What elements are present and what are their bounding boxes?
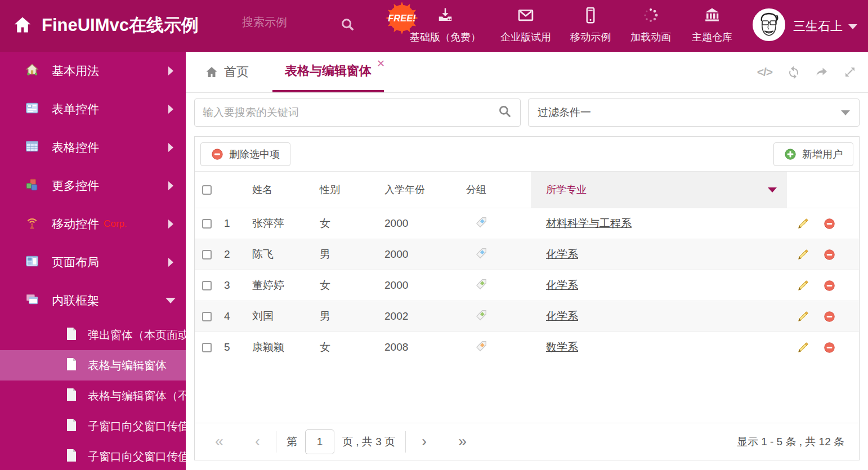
row-checkbox[interactable] (202, 250, 212, 259)
major-link[interactable]: 化学系 (546, 309, 578, 324)
table-row: 2 陈飞 男 2000 化学系 (195, 239, 859, 270)
last-page-button[interactable]: » (453, 434, 472, 449)
sidebar-subitem-label: 弹出窗体（本页面或... (88, 328, 186, 343)
prev-page-button[interactable]: ‹ (249, 434, 266, 449)
tab-active-label: 表格与编辑窗体 (285, 62, 372, 79)
delete-icon[interactable] (824, 342, 835, 353)
column-rownum (224, 172, 252, 208)
page-label-prefix: 第 (287, 435, 297, 449)
header-search-input[interactable] (242, 16, 335, 29)
header-action-basic[interactable]: 基础版（免费） (408, 7, 482, 44)
sidebar-item-label: 表单控件 (52, 101, 99, 117)
edit-icon[interactable] (797, 311, 809, 323)
grid-empty-space (195, 362, 859, 423)
delete-selected-button[interactable]: 删除选中项 (200, 142, 290, 166)
major-link[interactable]: 化学系 (546, 278, 578, 293)
sidebar-subitem-grid-edit-window[interactable]: 表格与编辑窗体 (0, 350, 186, 381)
sidebar-subitem-popup[interactable]: 弹出窗体（本页面或... (0, 320, 186, 350)
chevron-down-icon (165, 298, 176, 303)
cubes-icon (25, 177, 39, 194)
add-user-button[interactable]: 新增用户 (773, 142, 853, 166)
file-icon (65, 449, 78, 465)
delete-icon[interactable] (824, 218, 835, 230)
sidebar-item-basic[interactable]: 基本用法 (0, 52, 186, 90)
header-action-enterprise[interactable]: 企业版试用 (489, 7, 563, 44)
row-checkbox[interactable] (202, 219, 212, 229)
edit-icon[interactable] (797, 249, 809, 261)
delete-icon[interactable] (824, 311, 835, 323)
table-header-row: 姓名 性别 入学年份 分组 所学专业 (195, 172, 859, 208)
sidebar-subitem-grid-edit-window-2[interactable]: 表格与编辑窗体（不... (0, 381, 186, 411)
avatar[interactable] (753, 8, 785, 41)
table-row: 3 董婷婷 女 2000 化学系 (195, 270, 859, 301)
chevron-down-icon (841, 110, 850, 115)
antenna-icon (25, 216, 39, 232)
delete-selected-label: 删除选中项 (229, 147, 280, 161)
tab-grid-edit-window[interactable]: 表格与编辑窗体 ✕ (272, 52, 384, 92)
file-icon (65, 418, 78, 435)
first-page-button[interactable]: « (209, 434, 229, 449)
frames-icon (25, 292, 39, 309)
sidebar-subitem-label: 表格与编辑窗体 (88, 358, 167, 373)
chevron-right-icon (168, 181, 173, 190)
sidebar-item-layout[interactable]: 页面布局 (0, 243, 186, 281)
table-row: 4 刘国 男 2002 化学系 (195, 301, 859, 332)
home-icon[interactable] (12, 15, 33, 35)
sidebar-subitem-child-to-parent-2[interactable]: 子窗口向父窗口传值... (0, 441, 186, 470)
column-group: 分组 (466, 172, 531, 208)
cell-year: 2000 (384, 270, 466, 301)
edit-icon[interactable] (797, 342, 809, 353)
form-icon (25, 101, 39, 118)
header-action-label: 企业版试用 (500, 30, 551, 44)
sidebar-subitem-child-to-parent[interactable]: 子窗口向父窗口传值 (0, 411, 186, 441)
row-checkbox[interactable] (202, 343, 212, 352)
sidebar-item-label: 更多控件 (52, 178, 99, 194)
refresh-icon[interactable] (787, 65, 800, 79)
major-link[interactable]: 数学系 (546, 340, 578, 355)
sidebar-item-mobile[interactable]: 移动控件 Corp. (0, 205, 186, 243)
row-checkbox[interactable] (202, 312, 212, 321)
cell-year: 2000 (384, 239, 466, 270)
edit-icon[interactable] (797, 218, 809, 230)
fullscreen-icon[interactable] (843, 65, 857, 79)
sidebar-item-iframe[interactable]: 内联框架 (0, 281, 186, 320)
row-checkbox[interactable] (202, 281, 212, 290)
forward-icon[interactable] (815, 65, 829, 79)
column-major-label: 所学专业 (546, 183, 587, 196)
user-menu[interactable]: 三生石上 (793, 18, 857, 35)
tab-bar: 首页 表格与编辑窗体 ✕ </> (186, 52, 868, 93)
keyword-search-input[interactable] (203, 106, 498, 119)
minus-circle-icon (211, 148, 223, 160)
sidebar-subitem-label: 子窗口向父窗口传值... (88, 449, 186, 464)
column-major[interactable]: 所学专业 (531, 172, 787, 208)
next-page-button[interactable]: › (416, 434, 432, 449)
sidebar-item-label: 内联框架 (52, 293, 99, 308)
search-icon[interactable] (340, 17, 356, 33)
delete-icon[interactable] (824, 280, 835, 292)
select-all-checkbox[interactable] (202, 185, 212, 195)
tab-home[interactable]: 首页 (205, 52, 249, 92)
search-icon[interactable] (498, 104, 512, 121)
main-area: 首页 表格与编辑窗体 ✕ </> (186, 52, 868, 470)
major-link[interactable]: 化学系 (546, 247, 578, 262)
close-icon[interactable]: ✕ (377, 59, 385, 69)
page-number-input[interactable] (305, 429, 334, 454)
file-icon (65, 357, 78, 374)
code-icon[interactable]: </> (757, 65, 772, 79)
sidebar-item-more[interactable]: 更多控件 (0, 167, 186, 205)
edit-icon[interactable] (797, 280, 809, 292)
major-link[interactable]: 材料科学与工程系 (546, 216, 632, 231)
header-action-label: 主题仓库 (692, 30, 732, 44)
page-label-suffix: 页 , 共 3 页 (342, 435, 395, 449)
header-action-themes[interactable]: 主题仓库 (675, 7, 749, 44)
sidebar-item-form[interactable]: 表单控件 (0, 90, 186, 128)
filter-dropdown[interactable]: 过滤条件一 (528, 99, 860, 127)
plus-circle-icon (784, 148, 797, 160)
row-number: 1 (224, 208, 252, 239)
cell-gender: 女 (320, 332, 384, 362)
header-action-label: 基础版（免费） (410, 30, 481, 44)
sidebar-item-grid[interactable]: 表格控件 (0, 128, 186, 167)
cell-gender: 男 (320, 301, 384, 332)
sidebar-item-label: 表格控件 (52, 140, 99, 155)
delete-icon[interactable] (824, 249, 835, 261)
